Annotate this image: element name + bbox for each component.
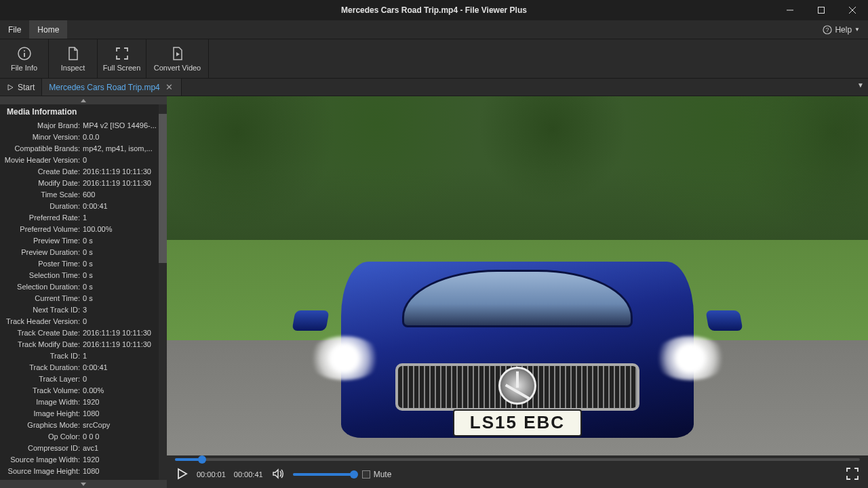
media-info-value: 0:00:41 bbox=[83, 363, 167, 371]
media-info-value: mp42, mp41, isom,... bbox=[83, 144, 167, 152]
menu-file[interactable]: File bbox=[0, 20, 29, 39]
tab-overflow-button[interactable]: ▼ bbox=[857, 81, 864, 89]
convert-video-button[interactable]: Convert Video bbox=[146, 39, 209, 78]
minimize-icon bbox=[787, 7, 793, 14]
media-info-label: Preview Duration: bbox=[0, 248, 83, 256]
player-controls: 00:00:01 00:00:41 Mute bbox=[167, 455, 868, 488]
scroll-up-button[interactable] bbox=[0, 96, 167, 104]
media-info-value: srcCopy bbox=[83, 421, 167, 429]
file-info-label: File Info bbox=[11, 64, 37, 72]
media-info-value: 2016:11:19 10:11:30 bbox=[83, 340, 167, 348]
media-info-label: Preferred Rate: bbox=[0, 214, 83, 222]
sidebar-header: Media Information bbox=[0, 104, 167, 119]
scroll-down-button[interactable] bbox=[0, 480, 167, 488]
help-button[interactable]: ? Help ▼ bbox=[814, 20, 868, 39]
media-info-value: 2016:11:19 10:11:30 bbox=[83, 167, 167, 176]
play-button[interactable] bbox=[175, 467, 189, 483]
volume-button[interactable] bbox=[271, 467, 285, 483]
play-icon bbox=[7, 84, 14, 91]
media-info-row: Source Image Width:1920 bbox=[0, 453, 167, 465]
media-info-row: Preferred Rate:1 bbox=[0, 211, 167, 223]
convert-video-label: Convert Video bbox=[154, 64, 201, 72]
media-info-value: 0 s bbox=[83, 294, 167, 302]
media-info-value: 0 bbox=[83, 156, 167, 164]
maximize-button[interactable] bbox=[806, 0, 837, 20]
media-info-value: 3 bbox=[83, 306, 167, 314]
tab-file[interactable]: Mercedes Cars Road Trip.mp4 ✕ bbox=[42, 79, 181, 96]
close-button[interactable] bbox=[837, 0, 868, 20]
media-info-row: Track Modify Date:2016:11:19 10:11:30 bbox=[0, 338, 167, 350]
media-info-value: MP4 v2 [ISO 14496-... bbox=[83, 121, 167, 129]
media-info-value: 2016:11:19 10:11:30 bbox=[83, 179, 167, 187]
mute-label: Mute bbox=[374, 470, 392, 479]
media-info-row: Image Width:1920 bbox=[0, 396, 167, 407]
media-info-value: 0 s bbox=[83, 271, 167, 279]
media-info-row: Compressor ID:avc1 bbox=[0, 442, 167, 453]
media-info-label: Image Height: bbox=[0, 409, 83, 418]
media-info-row: Time Scale:600 bbox=[0, 188, 167, 200]
inspect-button[interactable]: Inspect bbox=[49, 39, 98, 78]
media-info-label: Source Image Width: bbox=[0, 455, 83, 464]
menu-home[interactable]: Home bbox=[29, 20, 67, 39]
inspect-label: Inspect bbox=[61, 64, 85, 72]
media-info-row: X Resolution:72 bbox=[0, 476, 167, 480]
media-info-label: Time Scale: bbox=[0, 190, 83, 199]
media-info-row: Create Date:2016:11:19 10:11:30 bbox=[0, 165, 167, 177]
media-info-label: Op Color: bbox=[0, 432, 83, 441]
media-info-value: 0.0.0 bbox=[83, 133, 167, 141]
media-info-row: Track ID:1 bbox=[0, 350, 167, 361]
media-info-label: Track Create Date: bbox=[0, 329, 83, 337]
media-info-label: Track Duration: bbox=[0, 363, 83, 371]
media-info-value: 0:00:41 bbox=[83, 202, 167, 210]
svg-point-7 bbox=[24, 50, 25, 52]
media-info-label: Track Volume: bbox=[0, 386, 83, 394]
progress-knob[interactable] bbox=[198, 455, 206, 464]
media-info-value: 0 bbox=[83, 375, 167, 383]
media-info-label: Source Image Height: bbox=[0, 467, 83, 475]
document-icon bbox=[65, 45, 81, 62]
media-info-row: Track Volume:0.00% bbox=[0, 384, 167, 396]
media-info-value: 1 bbox=[83, 352, 167, 360]
help-icon: ? bbox=[823, 25, 832, 35]
progress-slider[interactable] bbox=[175, 458, 860, 461]
media-info-value: 1 bbox=[83, 214, 167, 222]
tab-start[interactable]: Start bbox=[0, 79, 42, 96]
total-time: 00:00:41 bbox=[234, 470, 263, 479]
media-info-row: Preferred Volume:100.00% bbox=[0, 223, 167, 235]
scrollbar-thumb[interactable] bbox=[159, 114, 167, 263]
chevron-down-icon: ▼ bbox=[854, 26, 860, 33]
video-area: LS15 EBC 00:00:01 00:00:41 bbox=[167, 96, 868, 488]
media-info-label: Track ID: bbox=[0, 352, 83, 360]
fullscreen-icon bbox=[114, 45, 130, 62]
sidebar-scrollbar[interactable] bbox=[159, 104, 167, 480]
media-info-label: X Resolution: bbox=[0, 479, 83, 481]
fullscreen-button[interactable] bbox=[845, 466, 860, 483]
media-info-value: 0 s bbox=[83, 248, 167, 256]
media-info-label: Movie Header Version: bbox=[0, 156, 83, 164]
media-info-row: Major Brand:MP4 v2 [ISO 14496-... bbox=[0, 119, 167, 131]
volume-slider[interactable] bbox=[293, 473, 354, 476]
tab-close-icon[interactable]: ✕ bbox=[164, 82, 174, 92]
media-info-label: Current Time: bbox=[0, 294, 83, 302]
media-info-value: 0.00% bbox=[83, 386, 167, 394]
media-info-label: Poster Time: bbox=[0, 260, 83, 268]
file-info-button[interactable]: File Info bbox=[0, 39, 49, 78]
media-info-row: Minor Version:0.0.0 bbox=[0, 131, 167, 142]
help-label: Help bbox=[835, 25, 852, 35]
video-frame[interactable]: LS15 EBC bbox=[167, 96, 868, 455]
close-icon bbox=[849, 7, 856, 14]
media-info-row: Compatible Brands:mp42, mp41, isom,... bbox=[0, 142, 167, 154]
media-info-row: Track Header Version:0 bbox=[0, 315, 167, 327]
full-screen-button[interactable]: Full Screen bbox=[98, 39, 146, 78]
volume-knob[interactable] bbox=[350, 470, 358, 479]
media-info-value: 0 s bbox=[83, 260, 167, 268]
content-area: Media Information Major Brand:MP4 v2 [IS… bbox=[0, 96, 868, 488]
media-info-label: Preview Time: bbox=[0, 237, 83, 245]
minimize-button[interactable] bbox=[774, 0, 806, 20]
mute-checkbox[interactable]: Mute bbox=[362, 470, 392, 479]
menu-bar: File Home ? Help ▼ bbox=[0, 20, 868, 39]
media-info-row: Graphics Mode:srcCopy bbox=[0, 419, 167, 430]
license-plate: LS15 EBC bbox=[453, 409, 582, 436]
tab-start-label: Start bbox=[18, 83, 35, 92]
media-info-row: Selection Duration:0 s bbox=[0, 281, 167, 292]
